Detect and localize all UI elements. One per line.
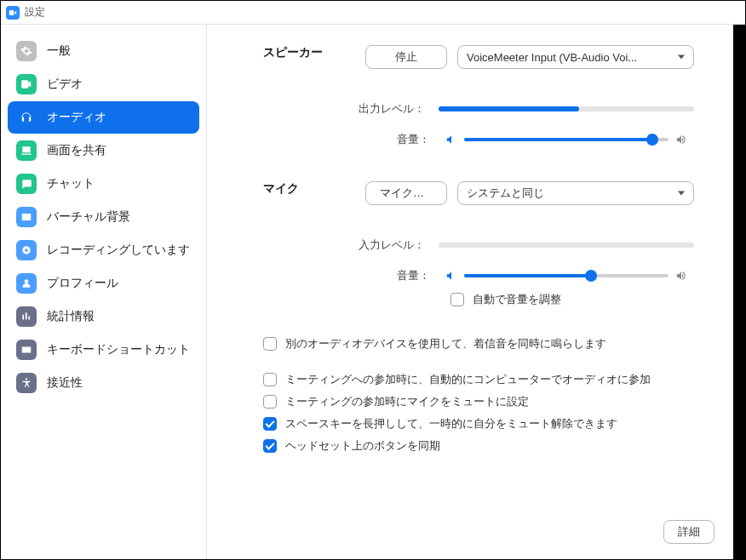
output-level-label: 出力レベル：	[263, 101, 439, 117]
app-logo	[6, 6, 20, 20]
chat-icon	[16, 174, 37, 194]
record-icon	[16, 240, 37, 260]
background-icon	[16, 207, 37, 227]
content-area: スピーカー 停止 VoiceMeeter Input (VB-Audio Voi…	[207, 25, 745, 559]
volume-high-icon	[675, 270, 687, 282]
sidebar-item-label: レコーディングしています	[47, 243, 190, 258]
sidebar-item-5[interactable]: バーチャル背景	[8, 201, 199, 233]
sidebar-item-label: バーチャル背景	[47, 209, 130, 225]
speaker-volume-slider[interactable]	[464, 138, 669, 141]
input-level-label: 入力レベル：	[263, 237, 439, 253]
auto-adjust-label: 自動で音量を調整	[473, 292, 561, 307]
mic-volume-label: 音量：	[263, 268, 439, 283]
mic-device-value: システムと同じ	[467, 186, 544, 201]
auto-join-audio-label: ミーティングへの参加時に、自動的にコンピューターでオーディオに参加	[285, 372, 651, 387]
volume-high-icon	[675, 134, 687, 146]
sidebar-item-4[interactable]: チャット	[8, 168, 199, 200]
mic-volume-slider[interactable]	[464, 274, 669, 277]
mic-label: マイク	[263, 181, 365, 220]
mute-on-join-checkbox[interactable]	[263, 395, 277, 409]
speaker-device-select[interactable]: VoiceMeeter Input (VB-Audio Voi...	[457, 45, 694, 69]
sidebar-item-label: プロフィール	[47, 276, 118, 291]
mic-section: マイク マイクのテ... システムと同じ	[207, 181, 745, 220]
volume-low-icon	[445, 134, 457, 146]
ring-other-device-checkbox[interactable]	[263, 337, 277, 351]
sidebar-item-label: キーボードショートカット	[47, 342, 190, 357]
speaker-test-button[interactable]: 停止	[365, 45, 447, 69]
speaker-section: スピーカー 停止 VoiceMeeter Input (VB-Audio Voi…	[207, 45, 745, 84]
push-to-talk-label: スペースキーを長押しして、一時的に自分をミュート解除できます	[285, 416, 617, 431]
sidebar-item-label: ビデオ	[47, 77, 83, 92]
sidebar-item-2[interactable]: オーディオ	[8, 101, 199, 134]
auto-adjust-checkbox[interactable]	[450, 293, 464, 306]
sidebar-item-label: チャット	[47, 176, 95, 191]
mute-on-join-label: ミーティングの参加時にマイクをミュートに設定	[285, 394, 529, 409]
sidebar-item-7[interactable]: プロフィール	[8, 267, 199, 300]
sidebar-item-3[interactable]: 画面を共有	[8, 134, 199, 167]
sidebar-item-1[interactable]: ビデオ	[8, 68, 199, 100]
sidebar-item-label: 画面を共有	[47, 143, 106, 158]
title-bar: 設定	[1, 1, 745, 25]
sync-headset-checkbox[interactable]	[263, 439, 277, 453]
volume-low-icon	[445, 270, 457, 282]
accessibility-icon	[16, 373, 37, 393]
mic-device-select[interactable]: システムと同じ	[457, 181, 694, 205]
sidebar-item-label: 接近性	[47, 375, 83, 391]
sidebar-item-9[interactable]: キーボードショートカット	[8, 334, 199, 366]
sidebar-item-label: 一般	[47, 43, 71, 59]
window-title: 設定	[25, 5, 45, 20]
keyboard-icon	[16, 340, 37, 360]
sidebar-item-6[interactable]: レコーディングしています	[8, 234, 199, 266]
push-to-talk-checkbox[interactable]	[263, 417, 277, 431]
speaker-volume-label: 音量：	[263, 132, 439, 147]
stats-icon	[16, 306, 37, 327]
sidebar-item-0[interactable]: 一般	[8, 35, 199, 67]
speaker-device-value: VoiceMeeter Input (VB-Audio Voi...	[467, 51, 637, 64]
sidebar: 一般ビデオオーディオ画面を共有チャットバーチャル背景レコーディングしていますプロ…	[1, 25, 207, 559]
output-level-fill	[439, 106, 579, 111]
headphones-icon	[16, 107, 37, 128]
advanced-button[interactable]: 詳細	[663, 520, 714, 544]
video-icon	[16, 74, 37, 94]
scrollbar-track[interactable]	[733, 25, 745, 559]
auto-join-audio-checkbox[interactable]	[263, 373, 277, 386]
ring-other-device-label: 別のオーディオデバイスを使用して、着信音を同時に鳴らします	[285, 336, 606, 351]
profile-icon	[16, 273, 37, 294]
sidebar-item-10[interactable]: 接近性	[8, 367, 199, 399]
sync-headset-label: ヘッドセット上のボタンを同期	[285, 438, 440, 454]
gear-icon	[16, 41, 37, 61]
input-level-meter	[439, 243, 694, 248]
sidebar-item-8[interactable]: 統計情報	[8, 300, 199, 333]
output-level-meter	[439, 106, 694, 111]
sidebar-item-label: 統計情報	[47, 309, 95, 324]
speaker-label: スピーカー	[263, 45, 365, 84]
sidebar-item-label: オーディオ	[47, 110, 106, 125]
share-icon	[16, 140, 37, 161]
mic-test-button[interactable]: マイクのテ...	[365, 181, 447, 205]
